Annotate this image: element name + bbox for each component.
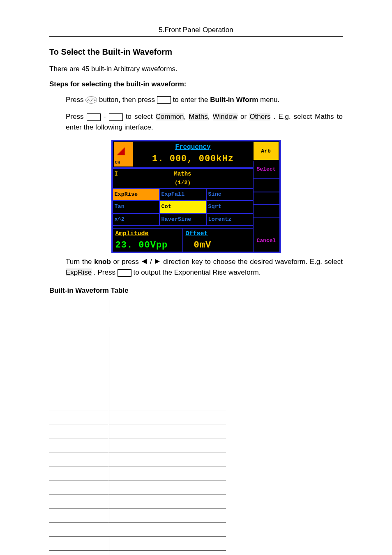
- step1-b: button, then press: [99, 96, 157, 104]
- channel-waveform-icon: ◢: [117, 145, 125, 158]
- table-row: [49, 495, 226, 509]
- step3-a: Turn the: [66, 258, 94, 266]
- hl-window: Window: [213, 113, 238, 120]
- frequency-label: Frequency: [134, 142, 253, 152]
- table-row: [49, 397, 226, 411]
- step3-c: direction key to choose the desired wave…: [163, 258, 343, 266]
- amplitude-display: Amplitude 23. 00Vpp: [113, 229, 183, 252]
- table-row: [49, 551, 226, 555]
- softkey-placeholder-b: [109, 113, 123, 121]
- step-1: Press button, then press to enter the Bu…: [66, 95, 343, 105]
- softkey-blank-1[interactable]: [253, 179, 279, 192]
- table-row: [49, 481, 226, 495]
- step1-menu-name: Built-in Wform: [210, 96, 258, 104]
- cell-lorentz[interactable]: Lorentz: [207, 214, 253, 225]
- panel-bottom-row: Amplitude 23. 00Vpp Offset 0mV: [113, 229, 253, 252]
- softkey-placeholder: [157, 96, 171, 104]
- table-row: [49, 453, 226, 467]
- cell-sqrt[interactable]: Sqrt: [207, 201, 253, 213]
- step3-d: . Press: [94, 268, 118, 276]
- grid-row-3: x^2 HaverSine Lorentz: [113, 214, 253, 225]
- hl-common: Common: [156, 113, 184, 120]
- hl-others: Others: [249, 113, 270, 120]
- cell-exprise[interactable]: ExpRise: [113, 189, 160, 200]
- step1-a: Press: [66, 96, 85, 104]
- softkey-cancel[interactable]: Cancel: [253, 230, 279, 251]
- step3-b: or press: [113, 258, 141, 266]
- cell-sinc[interactable]: Sinc: [207, 189, 253, 200]
- step2-c: to select: [126, 113, 156, 120]
- table-row: [49, 425, 226, 439]
- table-row: [49, 327, 226, 341]
- section-title: To Select the Built-in Waveform: [49, 46, 343, 58]
- cell-cot[interactable]: Cot: [160, 201, 207, 213]
- step2-a: Press: [66, 113, 87, 120]
- table-row: [49, 341, 226, 355]
- steps-heading: Steps for selecting the built-in wavefor…: [49, 79, 343, 90]
- intro-text: There are 45 built-in Arbitrary waveform…: [49, 64, 343, 74]
- instrument-panel: ◢ CH Frequency 1. 000, 000kHz I Maths (1…: [49, 140, 343, 253]
- table-sep: [49, 313, 226, 327]
- table-row: [49, 355, 226, 369]
- table-row: [49, 467, 226, 481]
- channel-label: CH: [115, 159, 120, 166]
- grid-category: Maths: [174, 171, 191, 177]
- step2-sep: -: [104, 113, 109, 120]
- right-arrow-icon: [154, 257, 161, 268]
- cell-xsq[interactable]: x^2: [113, 214, 160, 225]
- table-row: [49, 537, 226, 551]
- channel-badge: ◢ CH: [113, 141, 134, 167]
- table-row: [49, 439, 226, 453]
- offset-label: Offset: [186, 229, 250, 239]
- softkey-blank-2[interactable]: [253, 192, 279, 206]
- panel-top-row: ◢ CH Frequency 1. 000, 000kHz: [113, 141, 253, 168]
- cell-tan[interactable]: Tan: [113, 201, 160, 213]
- offset-value: 0mV: [186, 238, 250, 252]
- grid-row-1: ExpRise ExpFall Sinc: [113, 189, 253, 201]
- softkey-arb[interactable]: Arb: [253, 141, 279, 161]
- table-sep: [49, 523, 226, 537]
- step1-e: menu.: [260, 96, 279, 104]
- softkey-select[interactable]: Select: [253, 161, 279, 179]
- left-arrow-icon: [141, 257, 148, 268]
- page-header: 5.Front Panel Operation: [49, 25, 343, 37]
- grid-row-2: Tan Cot Sqrt: [113, 201, 253, 213]
- step1-c: to enter the: [173, 96, 210, 104]
- hl-exprise: ExpRise: [66, 268, 92, 276]
- softkey-gap: [253, 218, 279, 230]
- step-2: Press - to select Common, Maths, Window …: [66, 111, 343, 132]
- cell-expfall[interactable]: ExpFall: [160, 189, 207, 200]
- side-softkeys: Arb Select Cancel: [253, 141, 279, 252]
- offset-display: Offset 0mV: [183, 229, 253, 252]
- waveform-table: [49, 299, 226, 555]
- table-row: [49, 411, 226, 425]
- table-row: [49, 383, 226, 397]
- table-row: [49, 299, 226, 313]
- amplitude-value: 23. 00Vpp: [115, 238, 180, 252]
- frequency-value: 1. 000, 000kHz: [134, 152, 253, 166]
- amplitude-label: Amplitude: [115, 229, 180, 239]
- grid-page: (1/2): [175, 180, 191, 186]
- table-row: [49, 509, 226, 523]
- knob-word: knob: [94, 258, 111, 266]
- table-row: [49, 369, 226, 383]
- hl-maths: Maths: [189, 113, 208, 120]
- softkey-placeholder-c: [118, 269, 131, 277]
- grid-header: I Maths (1/2): [113, 169, 253, 189]
- cell-haversine[interactable]: HaverSine: [160, 214, 207, 225]
- softkey-placeholder-a: [87, 113, 101, 121]
- table-heading: Built-in Waveform Table: [49, 285, 343, 296]
- arb-button-icon: [85, 96, 97, 104]
- waveform-grid: I Maths (1/2) ExpRise ExpFall Sinc Tan C…: [113, 168, 253, 226]
- step3-e: to output the Exponential Rise waveform.: [133, 268, 261, 276]
- grid-indicator: I: [115, 170, 118, 178]
- softkey-blank-3[interactable]: [253, 205, 279, 218]
- step-3: Turn the knob or press / direction key t…: [66, 257, 343, 278]
- frequency-display: Frequency 1. 000, 000kHz: [134, 141, 253, 167]
